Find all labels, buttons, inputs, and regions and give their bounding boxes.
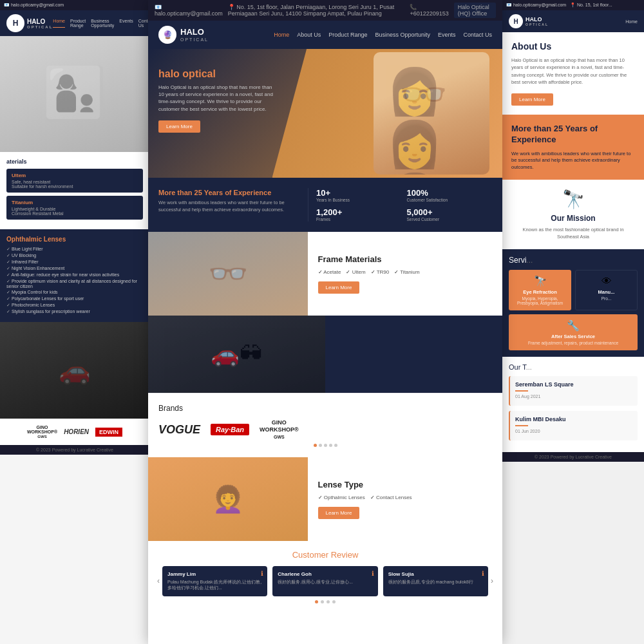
about-learn-btn[interactable]: Learn More	[511, 93, 553, 106]
stats-description: We work with ambitious leaders who want …	[158, 200, 300, 213]
left-oph-item: Infrared Filter	[6, 260, 143, 265]
left-oph-item: Stylish sunglass for prescription wearer	[6, 309, 143, 314]
reviews-grid: Jammy Lim Pulau Machung Budak 皓光师傅说的,让他们…	[162, 566, 488, 596]
left-car-image: 🚗	[0, 322, 149, 419]
stats-left: More than 25 Years of Experience We work…	[158, 188, 308, 222]
mission-card: 🔭 Our Mission Known as the most fashiona…	[502, 180, 644, 249]
left-nav: H HALO OPTICAL Home Product Range Busine…	[0, 10, 149, 36]
brands-section: Brands VOGUE Ray·Ban GINOWORKSHOP®GWS	[148, 393, 502, 457]
left-materials-title: aterials	[6, 158, 143, 165]
left-oph-item: Provide optimum vision and clarity at al…	[6, 279, 143, 289]
dot-2[interactable]	[319, 444, 322, 447]
frame-materials-checks: Acetate Ultem TR90 Titanium	[318, 269, 493, 275]
left-oph-item: Photochromic Lenses	[6, 303, 143, 308]
hero-women-image: 👩👩👩	[367, 49, 496, 178]
main-logo-sub: OPTICAL	[180, 37, 209, 42]
review-info-icon-3: ℹ	[482, 570, 484, 577]
review-dot-4[interactable]	[332, 600, 336, 603]
nav-home[interactable]: Home	[274, 32, 289, 38]
left-hero-image: 👩‍👦	[0, 36, 149, 152]
dot-3[interactable]	[324, 444, 327, 447]
left-topbar: 📧 halo.opticamy@gmail.com	[0, 0, 149, 10]
left-ultem-card: Ultem Safe, heat resistantSuitable for h…	[6, 169, 143, 193]
stat-frames: 1,200+ Frames	[316, 207, 401, 222]
review-dot-1[interactable]	[315, 600, 318, 603]
left-titanium-name: Titanium	[12, 200, 138, 205]
frame-image-content: 👓	[148, 232, 308, 316]
stat-customers: 5,000+ Served Customer	[407, 207, 492, 222]
frame-person-icon: 👓	[208, 255, 248, 292]
services-grid: 🔭 Eye Refraction Myopia, Hyperopia, Pres…	[509, 270, 638, 310]
review-dot-3[interactable]	[327, 600, 330, 603]
left-nav-product[interactable]: Product Range	[70, 19, 86, 28]
dot-4[interactable]	[329, 444, 332, 447]
brand-vogue: VOGUE	[158, 423, 200, 437]
check-tr90: TR90	[371, 269, 390, 275]
years-description: We work with ambitious leaders who want …	[511, 151, 635, 171]
left-hero-person: 👩‍👦	[43, 64, 107, 124]
reviewer-2-name: Charlene Goh	[278, 571, 372, 577]
left-materials-section: aterials Ultem Safe, heat resistantSuita…	[0, 152, 149, 229]
reviewer-3-name: Slow Sujia	[388, 571, 483, 577]
left-brand-gino: GINOWORKSHOP®GWS	[27, 425, 57, 439]
testimonials-section: Our T... Seremban LS Square 01 Aug 2021 …	[502, 357, 644, 452]
left-panel: 📧 halo.opticamy@gmail.com H HALO OPTICAL…	[0, 0, 149, 644]
left-oph-item: Myopia Control for kids	[6, 290, 143, 295]
main-nav-links: Home About Us Product Range Business Opp…	[274, 32, 492, 38]
stat-frames-number: 1,200+	[316, 207, 401, 217]
service-manu: 👁 Manu... Pro...	[575, 270, 638, 310]
lense-info: Lense Type Opthalmic Lenses Contact Lens…	[308, 457, 503, 541]
left-nav-events[interactable]: Events	[119, 19, 133, 28]
left-ultem-name: Ultem	[12, 173, 138, 178]
hero-section: 👩👩👩 halo optical Halo Optical is an opti…	[148, 49, 502, 178]
nav-business[interactable]: Business Opportunity	[375, 32, 430, 38]
car-sunglasses-section: 🚗🕶	[148, 316, 502, 393]
service-after-name: After Sales Service	[514, 334, 632, 339]
service-manu-desc: Pro...	[581, 296, 632, 301]
review-prev-btn[interactable]: ‹	[157, 576, 160, 585]
left-logo: H HALO OPTICAL	[6, 14, 53, 32]
check-titanium: Titanium	[394, 269, 419, 275]
hero-women-icon: 👩👩👩	[386, 65, 489, 175]
reviewer-3-text: 很好的服务品质,专业的 machang bulok8行	[388, 579, 483, 585]
review-dot-2[interactable]	[321, 600, 324, 603]
right-logo-text: HALO	[526, 16, 549, 23]
service-eye-icon: 🔭	[514, 275, 566, 287]
right-logo: H HALO OPTICAL	[509, 14, 549, 28]
stats-section: More than 25 Years of Experience We work…	[148, 178, 502, 232]
lense-learn-btn[interactable]: Learn More	[318, 507, 360, 519]
services-section: Servi... 🔭 Eye Refraction Myopia, Hypero…	[502, 249, 644, 357]
dot-1[interactable]	[314, 444, 317, 447]
brands-title: Brands	[158, 404, 492, 413]
brand-gino: GINOWORKSHOP®GWS	[260, 419, 299, 440]
left-ultem-desc: Safe, heat resistantSuitable for harsh e…	[12, 180, 138, 189]
right-nav-home[interactable]: Home	[625, 19, 638, 24]
main-topbar-phone: 📞 +60122209153	[410, 4, 448, 17]
dot-5[interactable]	[334, 444, 337, 447]
nav-contact[interactable]: Contact Us	[463, 32, 492, 38]
service-after-desc: Frame adjustment, repairs, product maint…	[514, 341, 632, 345]
left-nav-home[interactable]: Home	[53, 19, 65, 28]
nav-product[interactable]: Product Range	[328, 32, 367, 38]
lense-checks: Opthalmic Lenses Contact Lenses	[318, 495, 493, 500]
reviewer-1-name: Jammy Lim	[167, 571, 262, 577]
hero-cta-button[interactable]: Learn More	[158, 120, 200, 133]
nav-events[interactable]: Events	[438, 32, 456, 38]
review-next-btn[interactable]: ›	[491, 576, 493, 585]
left-brand-edwin: EDWIN	[95, 428, 122, 437]
years-heading: More than 25 Years of Experience	[511, 124, 635, 146]
left-logo-sub: OPTICAL	[27, 25, 53, 29]
frame-learn-btn[interactable]: Learn More	[318, 281, 360, 294]
nav-about[interactable]: About Us	[297, 32, 321, 38]
left-oph-item: Anti-fatigue: reduce eye strain for near…	[6, 272, 143, 278]
stat-years-number: 10+	[316, 188, 401, 198]
left-ophthalmic-title: Ophthalmic Lenses	[6, 236, 143, 243]
frame-materials-info: Frame Materials Acetate Ultem TR90 Titan…	[308, 232, 503, 316]
testi-2-date: 01 Jun 2020	[515, 429, 632, 433]
lense-image-content: 👩‍🦱	[212, 484, 244, 515]
stat-customers-label: Served Customer	[407, 217, 492, 222]
car-image: 🚗🕶	[148, 316, 325, 393]
left-nav-business[interactable]: Business Opportunity	[91, 19, 114, 28]
reviewer-2-text: 很好的服务,很用心,很专业,让你放心...	[278, 579, 372, 585]
check-ophthalmic: Opthalmic Lenses	[318, 495, 365, 500]
